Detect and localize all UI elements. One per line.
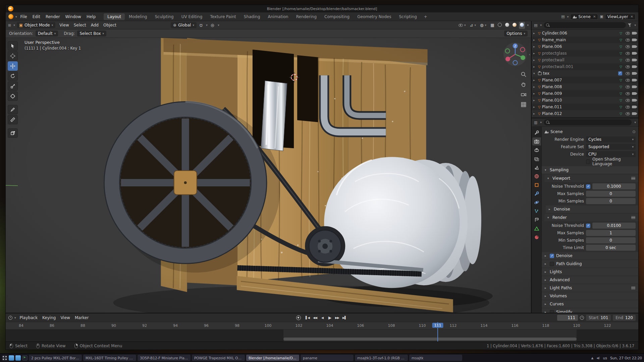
options-dropdown[interactable]: Options bbox=[504, 31, 528, 37]
disclosure-triangle-icon[interactable]: ▸ bbox=[533, 99, 537, 102]
disable-in-render-icon[interactable] bbox=[632, 99, 636, 102]
shading-rendered-button[interactable] bbox=[519, 22, 525, 29]
viewport-denoise-panel[interactable]: ▸ Denoise bbox=[546, 205, 638, 213]
sidebar-collapse-arrow[interactable]: ‹ bbox=[529, 53, 530, 56]
properties-search-input[interactable] bbox=[544, 119, 632, 125]
panel-checkbox[interactable] bbox=[550, 310, 554, 313]
menu-item[interactable]: File bbox=[18, 14, 30, 20]
pan-hand-icon[interactable] bbox=[521, 81, 527, 88]
play-reverse-button[interactable]: ◀ bbox=[319, 315, 326, 321]
object-name[interactable]: frame_main bbox=[542, 38, 566, 42]
outliner-item[interactable]: ▸ ▽ Plane.007 ▽ bbox=[532, 77, 638, 83]
object-name[interactable]: protectglass bbox=[542, 51, 567, 56]
browse-scene-icon[interactable]: ▤ bbox=[561, 14, 565, 19]
menu-item[interactable]: Window bbox=[63, 14, 84, 20]
disable-in-render-icon[interactable] bbox=[632, 65, 636, 68]
disclosure-triangle-icon[interactable]: ▸ bbox=[533, 105, 537, 109]
object-name[interactable]: Plane.008 bbox=[542, 84, 562, 89]
collapsed-panel[interactable]: ▸ Lights bbox=[542, 268, 638, 276]
transform-orientation-dropdown[interactable]: ⊕Global bbox=[171, 22, 197, 28]
hide-in-viewport-icon[interactable] bbox=[626, 39, 630, 42]
sampling-viewport-header[interactable]: ▾ Viewport bbox=[544, 175, 638, 182]
object-name[interactable]: protectwall.001 bbox=[542, 64, 574, 69]
overlays-toggle[interactable]: ◍▾ bbox=[479, 22, 488, 28]
measure-tool[interactable] bbox=[8, 115, 18, 124]
device-select[interactable]: CPU bbox=[586, 151, 636, 157]
keyboard-layout-indicator[interactable]: us bbox=[603, 356, 607, 360]
drag-dropdown[interactable]: Select Box bbox=[77, 31, 106, 37]
viewport-noise-threshold-value[interactable]: 0.1000 bbox=[592, 183, 636, 189]
camera-view-icon[interactable] bbox=[521, 92, 527, 99]
workspace-tab[interactable]: Layout bbox=[104, 13, 125, 20]
object-name[interactable]: Plane.006 bbox=[542, 44, 562, 49]
collapsed-panel[interactable]: ▸ Denoise bbox=[542, 252, 638, 259]
particle-properties-tab[interactable] bbox=[532, 207, 541, 215]
disable-in-render-icon[interactable] bbox=[632, 39, 636, 41]
disable-in-render-icon[interactable] bbox=[632, 112, 636, 115]
taskbar-window-button[interactable]: msajtk bbox=[409, 355, 462, 361]
physics-properties-tab[interactable] bbox=[532, 198, 541, 206]
viewlayer-selector[interactable]: ViewLayer ✕ bbox=[605, 14, 636, 20]
disable-in-render-icon[interactable] bbox=[632, 59, 636, 61]
close-icon[interactable]: ✕ bbox=[631, 15, 633, 18]
scene-selector[interactable]: Scene ✕ bbox=[570, 14, 598, 20]
viewport-min-samples-value[interactable]: 0 bbox=[586, 198, 636, 204]
object-name[interactable]: Plane.009 bbox=[542, 91, 562, 96]
render-noise-threshold-value[interactable]: 0.0100 bbox=[592, 223, 636, 229]
panel-checkbox[interactable] bbox=[550, 262, 554, 266]
taskbar-window-button[interactable]: Blender [/home/amalie/Desktop/ble... bbox=[246, 355, 299, 361]
taskbar-window-button[interactable]: msajtk1-3T-svf-1.0 (RGB clear 4-M... bbox=[355, 355, 408, 361]
menu-item[interactable]: Render bbox=[43, 14, 63, 20]
hide-in-viewport-icon[interactable] bbox=[626, 72, 630, 75]
zoom-icon[interactable] bbox=[521, 71, 527, 78]
hide-in-viewport-icon[interactable] bbox=[626, 85, 630, 88]
viewport-canvas[interactable]: User Perspective (111) 1 | Cylinder.004 … bbox=[6, 38, 531, 313]
disable-in-render-icon[interactable] bbox=[632, 92, 636, 95]
timeline-menu-item[interactable]: Keying bbox=[40, 315, 58, 321]
panel-menu-icon[interactable] bbox=[631, 177, 635, 180]
xray-toggle[interactable]: ▦ bbox=[489, 22, 495, 28]
scale-tool[interactable] bbox=[8, 81, 18, 91]
feature-set-select[interactable]: Supported bbox=[586, 144, 636, 150]
render-min-samples-value[interactable]: 0 bbox=[586, 237, 636, 243]
folder-icon[interactable] bbox=[15, 355, 21, 361]
render-properties-tab[interactable] bbox=[532, 137, 541, 145]
workspace-tab[interactable]: Modeling bbox=[125, 13, 151, 20]
object-properties-tab[interactable] bbox=[532, 181, 541, 189]
rotate-tool[interactable] bbox=[8, 71, 18, 81]
panel-menu-icon[interactable] bbox=[631, 287, 635, 289]
disclosure-triangle-icon[interactable]: ▸ bbox=[533, 112, 537, 115]
grid-ortho-icon[interactable] bbox=[521, 102, 527, 109]
file-manager-icon[interactable] bbox=[9, 355, 14, 361]
osl-checkbox[interactable] bbox=[586, 160, 590, 164]
shading-solid-button[interactable] bbox=[504, 22, 510, 29]
jump-to-start-button[interactable]: ▌◀ bbox=[304, 315, 311, 321]
modifier-properties-tab[interactable] bbox=[532, 190, 541, 198]
disable-in-render-icon[interactable] bbox=[632, 72, 636, 75]
workspace-tab[interactable]: UV Editing bbox=[178, 13, 206, 20]
collapsed-panel[interactable]: ▸ Simplify bbox=[542, 308, 638, 313]
render-engine-select[interactable]: Cycles bbox=[586, 136, 636, 142]
outliner-item[interactable]: ▸ ▽ protectwall.001 ▽ bbox=[532, 63, 638, 70]
timeline-scrollbar[interactable] bbox=[283, 338, 577, 341]
tool-properties-tab[interactable] bbox=[532, 129, 541, 137]
app-menu-icon[interactable] bbox=[2, 355, 7, 361]
current-frame-field[interactable]: 111 bbox=[557, 315, 578, 321]
disclosure-triangle-icon[interactable]: ▸ bbox=[533, 38, 537, 42]
frame-end-field[interactable]: End120 bbox=[613, 315, 636, 321]
mode-dropdown[interactable]: ▣Object Mode bbox=[17, 22, 55, 28]
collapsed-panel[interactable]: ▸ Curves bbox=[542, 300, 638, 308]
taskbar-window-button[interactable]: 3D5P-B12-F Miniature Planetary DC... bbox=[138, 355, 191, 361]
object-data-properties-tab[interactable] bbox=[532, 225, 541, 233]
timeline-body[interactable]: 8486889092949698100102104106108110112114… bbox=[6, 322, 638, 342]
disclosure-triangle-icon[interactable]: ▸ bbox=[533, 92, 537, 95]
timeline-ruler[interactable]: 8486889092949698100102104106108110112114… bbox=[6, 322, 638, 329]
filter-icon[interactable] bbox=[628, 23, 632, 27]
disclosure-triangle-icon[interactable]: ▸ bbox=[533, 45, 537, 48]
hide-in-viewport-icon[interactable] bbox=[626, 52, 630, 55]
object-name[interactable]: Plane.010 bbox=[542, 98, 562, 103]
disable-in-render-icon[interactable] bbox=[632, 32, 636, 35]
transform-tool[interactable] bbox=[8, 92, 18, 101]
outliner-item[interactable]: ▸ ▽ Plane.012 ▽ bbox=[532, 110, 638, 117]
add-workspace-button[interactable]: + bbox=[421, 13, 430, 20]
